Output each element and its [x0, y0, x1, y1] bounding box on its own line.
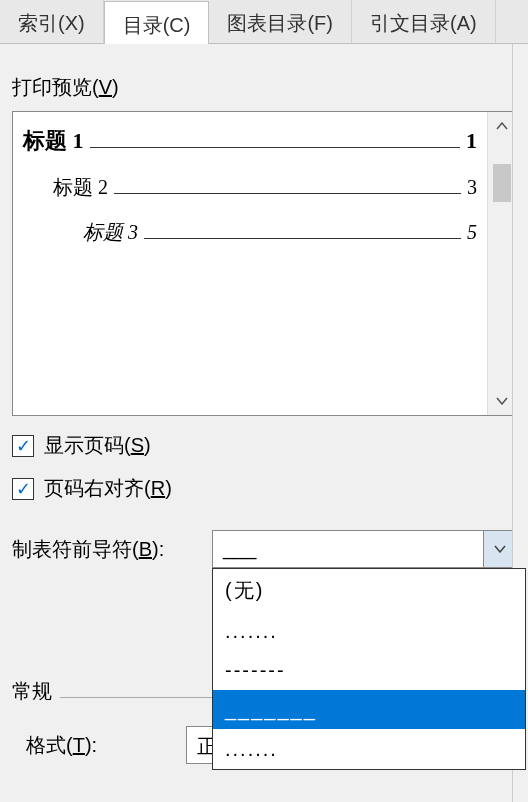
scroll-thumb[interactable] — [493, 164, 511, 202]
accelerator-key: R — [151, 477, 165, 499]
label-text: 制表符前导符( — [12, 538, 139, 560]
checkbox-icon[interactable]: ✓ — [12, 478, 34, 500]
accelerator-key: T — [73, 734, 85, 756]
format-label: 格式(T): — [26, 732, 186, 759]
toc-title: 标题 1 — [23, 126, 84, 156]
label-text: ) — [112, 76, 119, 98]
toc-title: 标题 2 — [53, 174, 108, 201]
toc-level3: 标题 3 5 — [23, 219, 477, 246]
toc-page: 5 — [467, 221, 477, 244]
label-text: 格式( — [26, 734, 73, 756]
dropdown-option-dots2[interactable]: ....... — [213, 730, 525, 769]
label-text: ) — [165, 477, 172, 499]
checkmark-icon: ✓ — [16, 480, 31, 498]
dropdown-list: (无) ....... ------- _______ ....... — [212, 568, 526, 770]
label-text: 显示页码( — [44, 434, 131, 456]
preview-scrollbar[interactable] — [487, 112, 515, 415]
label-text: 打印预览( — [12, 76, 99, 98]
chevron-down-icon[interactable] — [483, 531, 515, 567]
toc-page: 1 — [466, 128, 477, 154]
accelerator-key: S — [131, 434, 144, 456]
label-text: ) — [144, 434, 151, 456]
toc-level1: 标题 1 1 — [23, 126, 477, 156]
tab-leader-row: 制表符前导符(B): ___ (无) ....... ------- _____… — [12, 530, 516, 568]
checkbox-right-align-page-numbers[interactable]: ✓ 页码右对齐(R) — [12, 475, 516, 502]
dropdown-display[interactable]: ___ — [212, 530, 516, 568]
label-text: ): — [152, 538, 164, 560]
checkbox-label: 页码右对齐(R) — [44, 475, 172, 502]
toc-leader — [114, 193, 461, 194]
toc-page: 3 — [467, 176, 477, 199]
tab-index[interactable]: 索引(X) — [0, 0, 104, 43]
dropdown-option-underline[interactable]: _______ — [213, 690, 525, 730]
dropdown-selected-value: ___ — [213, 531, 483, 567]
scroll-down-icon[interactable] — [488, 387, 515, 415]
tab-leader-dropdown[interactable]: ___ (无) ....... ------- _______ ....... — [212, 530, 516, 568]
tab-bar: 索引(X) 目录(C) 图表目录(F) 引文目录(A) — [0, 0, 528, 44]
label-text: 页码右对齐( — [44, 477, 151, 499]
accelerator-key: B — [139, 538, 152, 560]
tab-toc[interactable]: 目录(C) — [104, 1, 210, 44]
toc-leader — [90, 147, 461, 148]
label-text: ): — [85, 734, 97, 756]
tab-figures[interactable]: 图表目录(F) — [209, 0, 352, 43]
tab-leader-label: 制表符前导符(B): — [12, 536, 212, 563]
content-area: 打印预览(V) 标题 1 1 标题 2 3 标题 3 5 — [0, 44, 528, 776]
dropdown-option-none[interactable]: (无) — [213, 569, 525, 612]
print-preview-label: 打印预览(V) — [12, 74, 516, 101]
preview-box: 标题 1 1 标题 2 3 标题 3 5 — [12, 111, 516, 416]
checkbox-show-page-numbers[interactable]: ✓ 显示页码(S) — [12, 432, 516, 459]
checkmark-icon: ✓ — [16, 437, 31, 455]
accelerator-key: V — [99, 76, 112, 98]
scroll-up-icon[interactable] — [488, 112, 515, 140]
toc-leader — [144, 238, 461, 239]
toc-level2: 标题 2 3 — [23, 174, 477, 201]
dropdown-option-dots[interactable]: ....... — [213, 612, 525, 651]
checkbox-icon[interactable]: ✓ — [12, 435, 34, 457]
tab-citations[interactable]: 引文目录(A) — [352, 0, 496, 43]
preview-area: 标题 1 1 标题 2 3 标题 3 5 — [13, 112, 487, 415]
checkbox-label: 显示页码(S) — [44, 432, 151, 459]
toc-title: 标题 3 — [83, 219, 138, 246]
dropdown-option-dashes[interactable]: ------- — [213, 651, 525, 690]
